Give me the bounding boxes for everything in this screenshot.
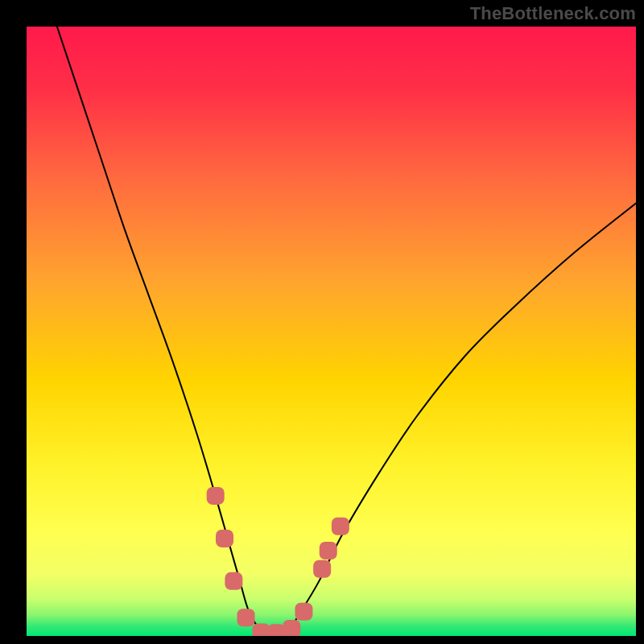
marker-point	[216, 530, 233, 547]
plot-area	[27, 27, 636, 636]
marker-point	[237, 609, 255, 626]
plot-svg	[27, 27, 636, 636]
chart-frame: TheBottleneck.com	[0, 0, 644, 644]
marker-point	[267, 624, 285, 636]
marker-point	[225, 572, 242, 590]
marker-point	[295, 603, 312, 621]
marker-point	[313, 560, 331, 578]
marker-point	[332, 518, 349, 535]
marker-point	[320, 542, 337, 559]
marker-point	[207, 487, 225, 505]
watermark-label: TheBottleneck.com	[470, 3, 636, 24]
marker-point	[283, 620, 300, 636]
marker-point	[252, 623, 270, 636]
